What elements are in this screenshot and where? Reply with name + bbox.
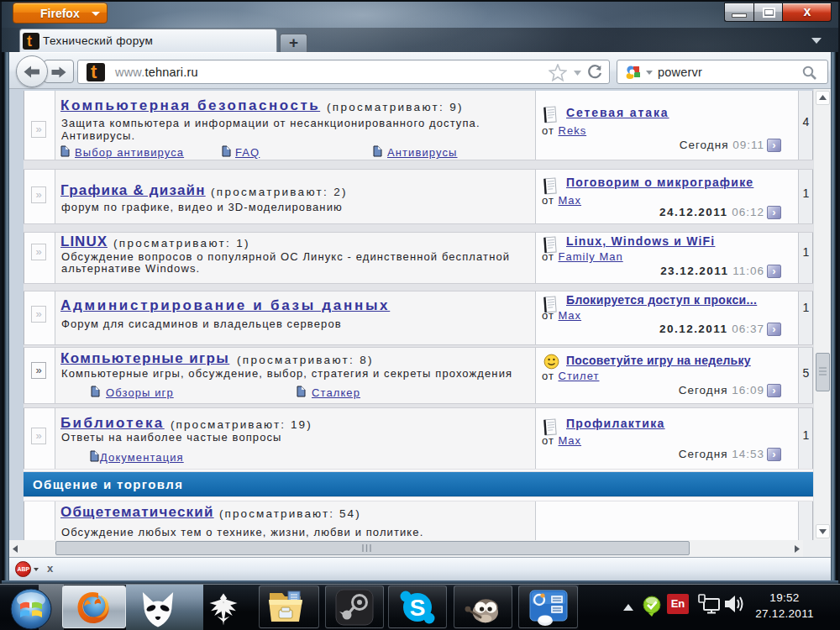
svg-text:S: S: [410, 595, 426, 621]
